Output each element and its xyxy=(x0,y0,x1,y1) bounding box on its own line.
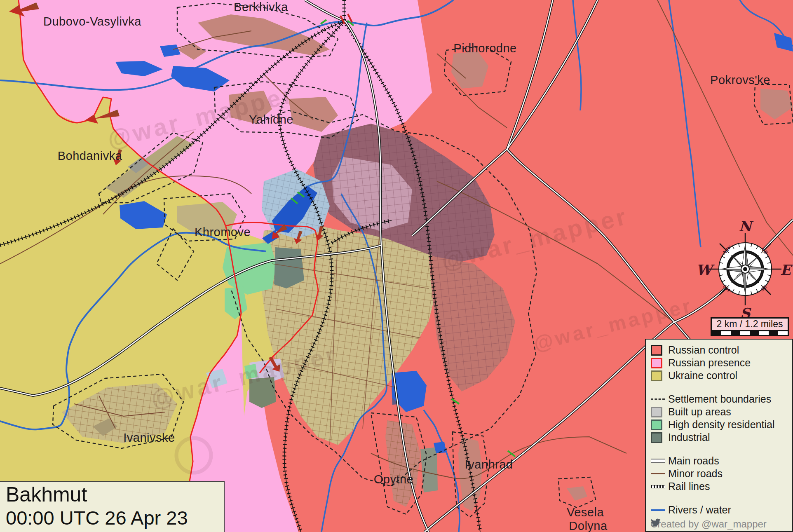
legend-label: Industrial xyxy=(668,431,710,443)
built-up-swatch xyxy=(651,407,662,417)
map-timestamp: 00:00 UTC 26 Apr 23 xyxy=(6,506,218,530)
legend-row: Main roads xyxy=(651,455,792,467)
legend-row: Rivers / water xyxy=(651,504,792,516)
legend-row: Ukraine control xyxy=(651,369,792,382)
high-density-swatch xyxy=(651,420,662,430)
scale-ticks xyxy=(711,331,789,336)
russian-presence-swatch xyxy=(651,358,662,368)
main-road-icon xyxy=(651,459,665,463)
compass-west-label: W xyxy=(696,262,712,278)
compass-east-label: E xyxy=(780,262,791,278)
minor-road-icon xyxy=(651,473,665,474)
place-label-khromove: Khromove xyxy=(195,225,251,239)
rail-line-icon xyxy=(651,485,665,488)
legend-row: Industrial xyxy=(651,431,792,444)
place-label-dubovo-vasylivka: Dubovo-Vasylivka xyxy=(43,15,141,28)
river-icon xyxy=(651,509,665,511)
credit-text: Created by @war_mapper xyxy=(650,518,767,530)
legend-row: Settlement boundaries xyxy=(651,393,792,405)
legend-row: Russian control xyxy=(651,344,792,356)
legend-row: High density residential xyxy=(651,418,792,431)
place-label-pidhorodne: Pidhorodne xyxy=(453,42,516,55)
legend-label: Main roads xyxy=(668,455,719,467)
legend-label: Russian control xyxy=(668,344,739,356)
settlement-boundary-icon xyxy=(651,398,665,400)
compass-north-label: N xyxy=(739,218,751,234)
place-label-bohdanivka: Bohdanivka xyxy=(58,149,122,163)
legend-label: Minor roads xyxy=(668,468,723,480)
map-title: Bakhmut xyxy=(6,483,218,506)
place-label-opytne: Opytne xyxy=(374,473,414,486)
map-legend: Russian control Russian presence Ukraine… xyxy=(645,339,793,532)
legend-row: Built up areas xyxy=(651,405,792,418)
twitter-bird-icon xyxy=(650,518,661,527)
place-label-berkhivka: Berkhivka xyxy=(234,0,288,14)
legend-label: Rail lines xyxy=(668,480,710,492)
legend-label: Ukraine control xyxy=(668,370,737,382)
title-box: Bakhmut 00:00 UTC 26 Apr 23 xyxy=(0,481,225,532)
ukraine-control-swatch xyxy=(651,370,662,381)
place-label-ivanhrad: Ivanhrad xyxy=(465,458,513,471)
legend-row: Russian presence xyxy=(651,356,792,369)
place-label-vesela: Vesela xyxy=(567,506,604,519)
credit-line: Created by @war_mapper xyxy=(650,518,791,530)
place-label-ivanivske: Ivanivske xyxy=(123,431,175,445)
russian-control-swatch xyxy=(651,345,662,356)
legend-label: Built up areas xyxy=(668,406,731,418)
industrial-swatch xyxy=(651,432,662,443)
legend-label: Rivers / water xyxy=(668,504,731,516)
place-label-yahidne: Yahidne xyxy=(249,113,293,127)
place-label-pokrovske: Pokrovs'ke xyxy=(710,73,770,87)
compass-rose xyxy=(709,233,781,305)
place-label-dolyna: Dolyna xyxy=(569,519,607,532)
legend-label: Russian presence xyxy=(668,357,751,369)
bakhmut-war-map: @war_mapper @war_mapper @war_mapper @war… xyxy=(0,0,793,532)
legend-row: Minor roads xyxy=(651,467,792,480)
scale-bar: 2 km / 1.2 miles xyxy=(711,317,789,336)
scale-label: 2 km / 1.2 miles xyxy=(711,317,789,331)
legend-label: Settlement boundaries xyxy=(668,393,771,405)
legend-label: High density residential xyxy=(668,419,774,431)
legend-row: Rail lines xyxy=(651,480,792,493)
